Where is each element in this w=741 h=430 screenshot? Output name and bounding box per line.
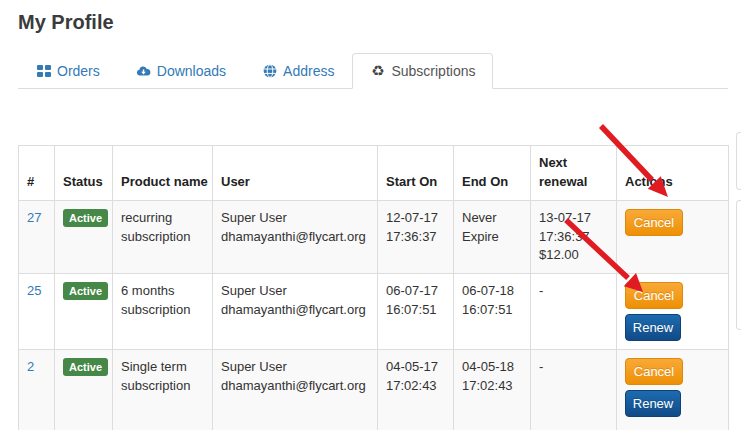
user-name: Super User [221, 209, 369, 228]
start-on: 04-05-17 17:02:43 [378, 350, 454, 430]
renew-button[interactable]: Renew [625, 390, 681, 417]
tab-subscriptions[interactable]: ♻ Subscriptions [352, 53, 493, 89]
cancel-button[interactable]: Cancel [625, 358, 683, 385]
tab-label: Downloads [157, 63, 226, 79]
next-renewal: - [531, 274, 617, 350]
start-on: 06-07-17 16:07:51 [378, 274, 454, 350]
product-name: recurring subscription [113, 200, 213, 274]
next-renewal: 13-07-17 17:36:37 $12.00 [531, 200, 617, 274]
cloud-download-icon [136, 64, 151, 79]
product-name: 6 months subscription [113, 274, 213, 350]
clipped-panel-edge [736, 132, 741, 190]
page-title: My Profile [18, 11, 114, 34]
clipped-panel-edge [736, 200, 741, 330]
renew-button[interactable]: Renew [625, 314, 681, 341]
end-on: 06-07-18 16:07:51 [454, 274, 531, 350]
profile-tabs: Orders Downloads Address ♻ Subscriptions [18, 52, 728, 89]
column-header-status: Status [55, 146, 113, 201]
table-row: 2 Active Single term subscription Super … [19, 350, 729, 430]
tab-address[interactable]: Address [244, 53, 352, 89]
status-badge: Active [63, 282, 108, 300]
user-email: dhamayanthi@flycart.org [221, 301, 369, 320]
status-badge: Active [63, 358, 108, 376]
end-on: Never Expire [454, 200, 531, 274]
column-header-product: Product name [113, 146, 213, 201]
user-name: Super User [221, 358, 369, 377]
globe-icon [262, 64, 277, 79]
subscriptions-table: # Status Product name User Start On End … [18, 145, 729, 430]
actions-cell: Cancel Renew [617, 350, 729, 430]
column-header-actions: Actions [617, 146, 729, 201]
column-header-renewal: Next renewal [531, 146, 617, 201]
user-email: dhamayanthi@flycart.org [221, 377, 369, 396]
cancel-button[interactable]: Cancel [625, 282, 683, 309]
cancel-button[interactable]: Cancel [625, 209, 683, 236]
actions-cell: Cancel Renew [617, 274, 729, 350]
start-on: 12-07-17 17:36:37 [378, 200, 454, 274]
subscription-id-link[interactable]: 27 [27, 210, 41, 225]
table-header-row: # Status Product name User Start On End … [19, 146, 729, 201]
column-header-user: User [213, 146, 378, 201]
tab-label: Orders [57, 63, 100, 79]
subscription-id-link[interactable]: 2 [27, 359, 34, 374]
status-badge: Active [63, 209, 108, 227]
subscription-id-link[interactable]: 25 [27, 283, 41, 298]
user-email: dhamayanthi@flycart.org [221, 228, 369, 247]
tab-orders[interactable]: Orders [18, 53, 118, 89]
end-on: 04-05-18 17:02:43 [454, 350, 531, 430]
user-cell: Super User dhamayanthi@flycart.org [213, 200, 378, 274]
actions-cell: Cancel [617, 200, 729, 274]
column-header-start: Start On [378, 146, 454, 201]
user-cell: Super User dhamayanthi@flycart.org [213, 274, 378, 350]
user-cell: Super User dhamayanthi@flycart.org [213, 350, 378, 430]
column-header-id: # [19, 146, 55, 201]
tab-label: Subscriptions [391, 63, 475, 79]
next-renewal: - [531, 350, 617, 430]
grid-icon [36, 64, 51, 79]
column-header-end: End On [454, 146, 531, 201]
tab-label: Address [283, 63, 334, 79]
recycle-icon: ♻ [370, 64, 385, 79]
product-name: Single term subscription [113, 350, 213, 430]
user-name: Super User [221, 282, 369, 301]
tab-downloads[interactable]: Downloads [118, 53, 244, 89]
table-row: 27 Active recurring subscription Super U… [19, 200, 729, 274]
table-row: 25 Active 6 months subscription Super Us… [19, 274, 729, 350]
